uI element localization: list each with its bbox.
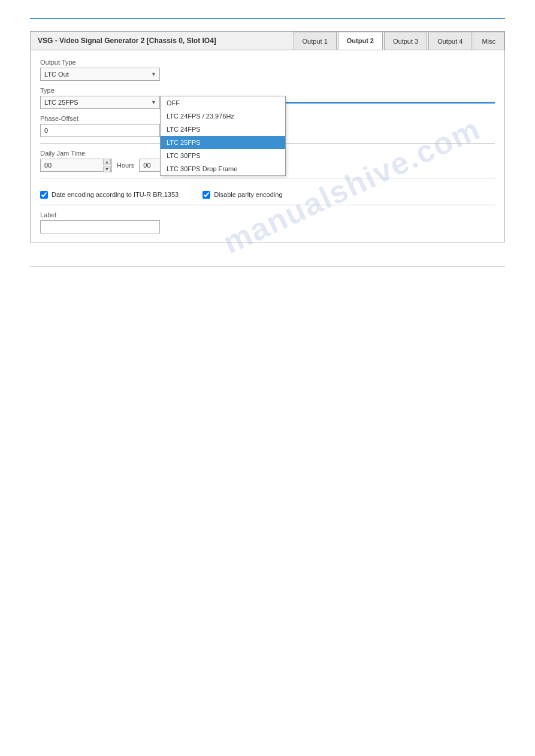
label-field-wrap: Label (40, 211, 495, 233)
type-row: LTC 25FPS ▼ OFF LTC 24FPS / 23.976Hz LTC… (40, 96, 495, 109)
dropdown-item-ltc30df[interactable]: LTC 30FPS Drop Frame (161, 162, 285, 175)
panel-body: Output Type LTC Out ▼ Type LTC 25FPS ▼ O… (31, 50, 504, 242)
disable-parity-row: Disable parity encoding (202, 190, 282, 199)
disable-parity-label: Disable parity encoding (214, 190, 282, 199)
hours-spin-wrapper: ▲ ▼ (40, 159, 112, 172)
label-input[interactable] (40, 220, 160, 233)
panel-header: VSG - Video Signal Generator 2 [Chassis … (31, 32, 504, 50)
tab-output4[interactable]: Output 4 (428, 32, 471, 50)
dropdown-item-ltc25[interactable]: LTC 25FPS (161, 136, 285, 149)
tab-output2[interactable]: Output 2 (338, 32, 383, 50)
page-content: VSG - Video Signal Generator 2 [Chassis … (0, 19, 535, 254)
dropdown-item-ltc30[interactable]: LTC 30FPS (161, 149, 285, 162)
tab-output1[interactable]: Output 1 (294, 32, 337, 50)
output-type-label: Output Type (40, 59, 495, 66)
type-label: Type (40, 87, 495, 94)
date-encoding-checkbox[interactable] (40, 191, 48, 199)
disable-parity-checkbox[interactable] (202, 191, 210, 199)
type-select[interactable]: LTC 25FPS (40, 96, 160, 109)
hours-down-arrow[interactable]: ▼ (103, 166, 111, 172)
main-panel: VSG - Video Signal Generator 2 [Chassis … (30, 31, 505, 242)
checkbox-group: Date encoding according to ITU-R BR.1353… (40, 184, 495, 199)
type-select-wrapper: LTC 25FPS ▼ OFF LTC 24FPS / 23.976Hz LTC… (40, 96, 160, 109)
label-label: Label (40, 211, 495, 218)
hours-label: Hours (114, 162, 137, 169)
type-dropdown: OFF LTC 24FPS / 23.976Hz LTC 24FPS LTC 2… (160, 96, 286, 176)
date-encoding-label: Date encoding according to ITU-R BR.1353 (52, 190, 179, 199)
output-type-wrapper: LTC Out ▼ (40, 68, 160, 81)
hours-spin-arrows: ▲ ▼ (103, 159, 111, 172)
bottom-border (30, 266, 505, 267)
section-divider-2 (40, 178, 495, 178)
hours-up-arrow[interactable]: ▲ (103, 159, 111, 165)
phase-offset-input[interactable] (40, 124, 160, 137)
output-type-select[interactable]: LTC Out (40, 68, 160, 81)
dropdown-item-ltc24-976[interactable]: LTC 24FPS / 23.976Hz (161, 110, 285, 123)
panel-title: VSG - Video Signal Generator 2 [Chassis … (31, 32, 223, 50)
hours-input[interactable] (40, 159, 112, 172)
dropdown-item-off[interactable]: OFF (161, 96, 285, 110)
tab-misc[interactable]: Misc (473, 32, 504, 50)
date-encoding-row: Date encoding according to ITU-R BR.1353 (40, 190, 179, 199)
tab-output3[interactable]: Output 3 (384, 32, 427, 50)
section-divider-3 (40, 205, 495, 205)
dropdown-item-ltc24[interactable]: LTC 24FPS (161, 123, 285, 136)
panel-tabs: Output 1 Output 2 Output 3 Output 4 Misc (292, 32, 504, 50)
